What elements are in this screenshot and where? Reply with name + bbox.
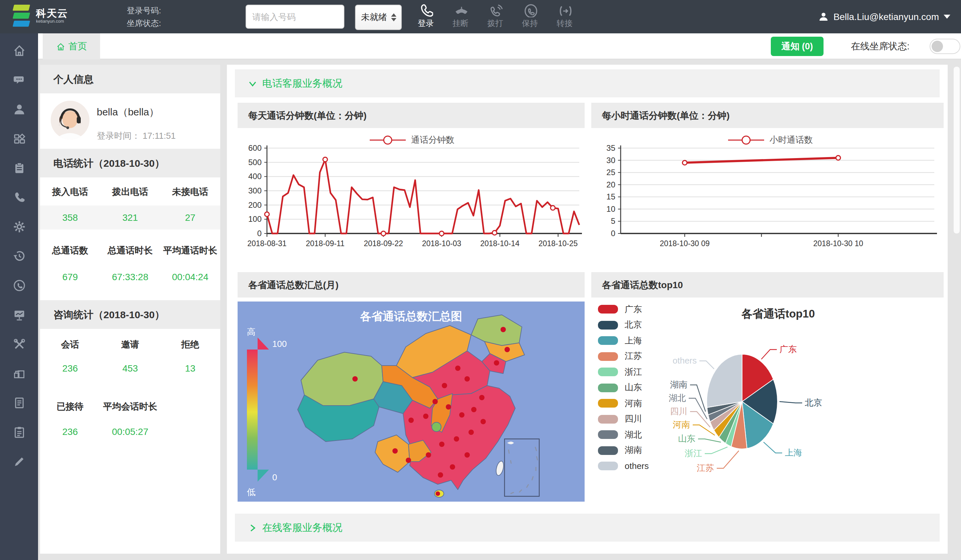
profile-stats-panel: 个人信息 bella（bella） 登录时间： 17:11:51 电话统计（20… xyxy=(40,65,220,554)
user-icon xyxy=(12,103,26,116)
call-hold-button[interactable]: 保持 xyxy=(513,2,547,33)
dashboard-panel: 电话客服业务概况 每天通话分钟数(单位：分钟) 0100200300400500… xyxy=(227,65,948,554)
sidebar-nav xyxy=(0,33,38,560)
pie-legend-item-北京[interactable]: 北京 xyxy=(598,317,649,333)
pie-legend-item-上海[interactable]: 上海 xyxy=(598,333,649,348)
hourly-minutes-line-chart[interactable]: 051015202530352018-10-30 092018-10-30 10… xyxy=(591,128,943,268)
call-dial-button[interactable]: 拨打 xyxy=(478,2,513,33)
call-hangup-icon xyxy=(453,3,468,17)
user-email: Bella.Liu@ketianyun.com xyxy=(834,11,939,22)
sidebar-item-gear[interactable] xyxy=(0,220,38,249)
consult-stats-header: 平均会话时长 xyxy=(100,401,160,412)
svg-text:20: 20 xyxy=(606,180,615,189)
map-max-label: 100 xyxy=(272,339,287,349)
agent-status-value: 未就绪 xyxy=(361,11,387,23)
svg-text:2018-10-30 09: 2018-10-30 09 xyxy=(660,239,710,248)
consult-stats-value: 236 xyxy=(40,358,100,378)
map-high-label: 高 xyxy=(247,327,256,337)
sidebar-item-document[interactable] xyxy=(0,396,38,425)
pie-legend-item-山东[interactable]: 山东 xyxy=(598,380,649,396)
sidebar-item-phone[interactable] xyxy=(0,191,38,220)
phone-number-input[interactable] xyxy=(246,5,344,29)
pie-label-上海: 上海 xyxy=(785,448,802,457)
consult-stats-header: 邀请 xyxy=(100,335,160,355)
legend-label: 江苏 xyxy=(625,351,642,363)
notifications-button[interactable]: 通知 (0) xyxy=(771,37,824,56)
legend-swatch xyxy=(598,415,618,424)
daily-minutes-card: 每天通话分钟数(单位：分钟) 01002003004005006002018-0… xyxy=(238,103,585,271)
legend-label: 湖南 xyxy=(625,444,642,457)
consult-stats-header: 已接待 xyxy=(40,401,100,412)
sidebar-item-tools[interactable] xyxy=(0,337,38,367)
hourly-minutes-title: 每小时通话分钟数(单位：分钟) xyxy=(591,103,943,128)
call-dial-label: 拨打 xyxy=(487,18,503,29)
sidebar-item-pencil[interactable] xyxy=(0,455,38,484)
legend-swatch xyxy=(598,431,618,439)
legend-swatch xyxy=(598,446,618,455)
sidebar-item-clipboard[interactable] xyxy=(0,161,38,191)
agent-status-select[interactable]: 未就绪 xyxy=(355,5,402,30)
phone-overview-section-label: 电话客服业务概况 xyxy=(262,77,342,90)
map-gradient-bar xyxy=(247,350,258,470)
phone-overview-section-toggle[interactable]: 电话客服业务概况 xyxy=(235,69,940,97)
svg-text:2018-10-25: 2018-10-25 xyxy=(538,239,578,248)
phone-stats-value: 679 xyxy=(40,267,100,287)
sidebar-item-report[interactable] xyxy=(0,425,38,455)
sidebar-item-monitor[interactable] xyxy=(0,308,38,337)
pie-legend-item-江苏[interactable]: 江苏 xyxy=(598,348,649,364)
svg-text:2018-10-30 10: 2018-10-30 10 xyxy=(813,239,863,248)
online-agent-status-toggle[interactable] xyxy=(930,39,960,54)
pie-legend-item-四川[interactable]: 四川 xyxy=(598,411,649,427)
phone-stats-header: 未接电话 xyxy=(160,182,220,202)
consult-stats-header: 拒绝 xyxy=(160,335,220,355)
spinner-arrows-icon xyxy=(391,13,397,21)
call-login-button[interactable]: 登录 xyxy=(408,2,443,33)
svg-text:5: 5 xyxy=(611,217,615,225)
sidebar-item-phone-circle[interactable] xyxy=(0,279,38,308)
call-hangup-button[interactable]: 挂断 xyxy=(443,2,478,33)
pie-legend-item-湖南[interactable]: 湖南 xyxy=(598,443,649,458)
sidebar-item-chat[interactable] xyxy=(0,73,38,103)
pie-legend-item-河南[interactable]: 河南 xyxy=(598,396,649,411)
archive-icon xyxy=(12,367,26,380)
call-dial-icon xyxy=(488,3,502,17)
pie-slice-others[interactable] xyxy=(707,354,742,408)
pie-legend-item-湖北[interactable]: 湖北 xyxy=(598,427,649,443)
online-overview-section-toggle[interactable]: 在线客服业务概况 xyxy=(235,513,940,542)
legend-label: 上海 xyxy=(625,335,642,347)
pie-label-others: others xyxy=(673,356,697,366)
call-transfer-label: 转接 xyxy=(557,18,573,29)
tabbar: 首页 通知 (0) 在线坐席状态: xyxy=(38,33,961,59)
pie-legend-item-广东[interactable]: 广东 xyxy=(598,302,649,317)
scrollbar-thumb[interactable] xyxy=(954,67,959,233)
sidebar-item-history[interactable] xyxy=(0,249,38,279)
map-low-label: 低 xyxy=(247,487,256,497)
legend-swatch xyxy=(598,383,618,392)
phone-stats-header: 拨出电话 xyxy=(100,182,160,202)
brand-domain: ketianyun.com xyxy=(36,20,68,24)
sidebar-item-home[interactable] xyxy=(0,44,38,73)
call-transfer-icon xyxy=(558,3,572,17)
pie-legend-item-others[interactable]: others xyxy=(598,458,649,474)
hourly-minutes-card: 每小时通话分钟数(单位：分钟) 051015202530352018-10-30… xyxy=(591,103,943,271)
consult-stats-value: 00:05:27 xyxy=(100,422,160,441)
call-transfer-button[interactable]: 转接 xyxy=(547,2,582,33)
monitor-icon xyxy=(12,308,26,321)
daily-minutes-line-chart[interactable]: 01002003004005006002018-08-312018-09-112… xyxy=(238,128,585,268)
pie-label-浙江: 浙江 xyxy=(685,448,702,458)
svg-text:小时通话数: 小时通话数 xyxy=(770,135,813,145)
pie-legend-item-浙江[interactable]: 浙江 xyxy=(598,364,649,380)
sidebar-item-apps[interactable] xyxy=(0,132,38,161)
online-overview-section-label: 在线客服业务概况 xyxy=(262,521,342,534)
sidebar-item-user[interactable] xyxy=(0,103,38,132)
brand-logo[interactable]: 科天云 ketianyun.com xyxy=(12,4,68,28)
svg-text:2018-09-11: 2018-09-11 xyxy=(306,239,345,248)
svg-text:35: 35 xyxy=(606,143,615,152)
legend-label: 河南 xyxy=(625,398,642,409)
sidebar-item-archive[interactable] xyxy=(0,367,38,396)
consult-stats-title: 咨询统计（2018-10-30） xyxy=(40,300,220,329)
china-choropleth-map[interactable]: 各省通话总数汇总图 高 100 0 低 xyxy=(238,302,585,502)
tab-home[interactable]: 首页 xyxy=(43,33,100,59)
svg-text:500: 500 xyxy=(248,158,262,167)
user-menu[interactable]: Bella.Liu@ketianyun.com xyxy=(818,0,950,33)
